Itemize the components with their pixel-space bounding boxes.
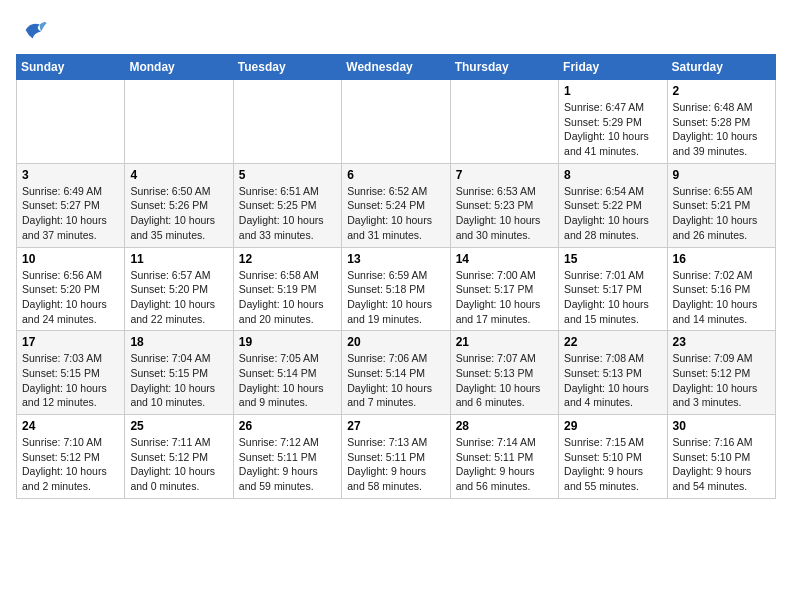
day-info: Sunrise: 7:08 AM Sunset: 5:13 PM Dayligh… xyxy=(564,351,661,410)
calendar-day-cell: 4Sunrise: 6:50 AM Sunset: 5:26 PM Daylig… xyxy=(125,163,233,247)
day-number: 2 xyxy=(673,84,770,98)
calendar-day-cell: 29Sunrise: 7:15 AM Sunset: 5:10 PM Dayli… xyxy=(559,415,667,499)
day-number: 21 xyxy=(456,335,553,349)
calendar-day-cell: 25Sunrise: 7:11 AM Sunset: 5:12 PM Dayli… xyxy=(125,415,233,499)
calendar-week-row: 24Sunrise: 7:10 AM Sunset: 5:12 PM Dayli… xyxy=(17,415,776,499)
day-info: Sunrise: 7:04 AM Sunset: 5:15 PM Dayligh… xyxy=(130,351,227,410)
day-number: 6 xyxy=(347,168,444,182)
calendar-day-cell: 28Sunrise: 7:14 AM Sunset: 5:11 PM Dayli… xyxy=(450,415,558,499)
day-number: 9 xyxy=(673,168,770,182)
calendar-day-cell: 12Sunrise: 6:58 AM Sunset: 5:19 PM Dayli… xyxy=(233,247,341,331)
calendar-day-cell: 24Sunrise: 7:10 AM Sunset: 5:12 PM Dayli… xyxy=(17,415,125,499)
day-info: Sunrise: 6:48 AM Sunset: 5:28 PM Dayligh… xyxy=(673,100,770,159)
calendar-day-cell xyxy=(233,80,341,164)
calendar-day-cell: 10Sunrise: 6:56 AM Sunset: 5:20 PM Dayli… xyxy=(17,247,125,331)
day-info: Sunrise: 7:05 AM Sunset: 5:14 PM Dayligh… xyxy=(239,351,336,410)
weekday-header-cell: Sunday xyxy=(17,55,125,80)
calendar-day-cell: 13Sunrise: 6:59 AM Sunset: 5:18 PM Dayli… xyxy=(342,247,450,331)
calendar-day-cell xyxy=(342,80,450,164)
calendar-day-cell: 19Sunrise: 7:05 AM Sunset: 5:14 PM Dayli… xyxy=(233,331,341,415)
calendar-day-cell: 11Sunrise: 6:57 AM Sunset: 5:20 PM Dayli… xyxy=(125,247,233,331)
logo-bird-icon xyxy=(20,16,48,44)
day-info: Sunrise: 6:47 AM Sunset: 5:29 PM Dayligh… xyxy=(564,100,661,159)
day-info: Sunrise: 6:53 AM Sunset: 5:23 PM Dayligh… xyxy=(456,184,553,243)
day-number: 1 xyxy=(564,84,661,98)
day-number: 22 xyxy=(564,335,661,349)
logo xyxy=(16,16,48,44)
day-info: Sunrise: 7:02 AM Sunset: 5:16 PM Dayligh… xyxy=(673,268,770,327)
calendar-day-cell: 30Sunrise: 7:16 AM Sunset: 5:10 PM Dayli… xyxy=(667,415,775,499)
day-info: Sunrise: 7:13 AM Sunset: 5:11 PM Dayligh… xyxy=(347,435,444,494)
weekday-header-cell: Monday xyxy=(125,55,233,80)
day-number: 13 xyxy=(347,252,444,266)
day-number: 11 xyxy=(130,252,227,266)
day-info: Sunrise: 7:09 AM Sunset: 5:12 PM Dayligh… xyxy=(673,351,770,410)
calendar-day-cell: 27Sunrise: 7:13 AM Sunset: 5:11 PM Dayli… xyxy=(342,415,450,499)
day-number: 25 xyxy=(130,419,227,433)
day-number: 20 xyxy=(347,335,444,349)
day-number: 23 xyxy=(673,335,770,349)
day-info: Sunrise: 7:16 AM Sunset: 5:10 PM Dayligh… xyxy=(673,435,770,494)
day-number: 17 xyxy=(22,335,119,349)
calendar-day-cell: 15Sunrise: 7:01 AM Sunset: 5:17 PM Dayli… xyxy=(559,247,667,331)
day-number: 12 xyxy=(239,252,336,266)
day-number: 15 xyxy=(564,252,661,266)
day-info: Sunrise: 7:10 AM Sunset: 5:12 PM Dayligh… xyxy=(22,435,119,494)
day-info: Sunrise: 7:12 AM Sunset: 5:11 PM Dayligh… xyxy=(239,435,336,494)
day-info: Sunrise: 6:52 AM Sunset: 5:24 PM Dayligh… xyxy=(347,184,444,243)
day-number: 19 xyxy=(239,335,336,349)
calendar-day-cell: 17Sunrise: 7:03 AM Sunset: 5:15 PM Dayli… xyxy=(17,331,125,415)
calendar-day-cell: 2Sunrise: 6:48 AM Sunset: 5:28 PM Daylig… xyxy=(667,80,775,164)
calendar-day-cell: 23Sunrise: 7:09 AM Sunset: 5:12 PM Dayli… xyxy=(667,331,775,415)
day-info: Sunrise: 6:59 AM Sunset: 5:18 PM Dayligh… xyxy=(347,268,444,327)
calendar-day-cell: 14Sunrise: 7:00 AM Sunset: 5:17 PM Dayli… xyxy=(450,247,558,331)
calendar-day-cell xyxy=(17,80,125,164)
day-number: 3 xyxy=(22,168,119,182)
day-info: Sunrise: 6:51 AM Sunset: 5:25 PM Dayligh… xyxy=(239,184,336,243)
weekday-header-cell: Saturday xyxy=(667,55,775,80)
day-number: 30 xyxy=(673,419,770,433)
day-number: 10 xyxy=(22,252,119,266)
calendar-day-cell: 6Sunrise: 6:52 AM Sunset: 5:24 PM Daylig… xyxy=(342,163,450,247)
calendar-day-cell: 21Sunrise: 7:07 AM Sunset: 5:13 PM Dayli… xyxy=(450,331,558,415)
calendar-body: 1Sunrise: 6:47 AM Sunset: 5:29 PM Daylig… xyxy=(17,80,776,499)
day-info: Sunrise: 6:55 AM Sunset: 5:21 PM Dayligh… xyxy=(673,184,770,243)
weekday-header-cell: Tuesday xyxy=(233,55,341,80)
day-info: Sunrise: 6:49 AM Sunset: 5:27 PM Dayligh… xyxy=(22,184,119,243)
day-number: 14 xyxy=(456,252,553,266)
calendar-day-cell: 5Sunrise: 6:51 AM Sunset: 5:25 PM Daylig… xyxy=(233,163,341,247)
calendar-day-cell: 22Sunrise: 7:08 AM Sunset: 5:13 PM Dayli… xyxy=(559,331,667,415)
calendar-week-row: 17Sunrise: 7:03 AM Sunset: 5:15 PM Dayli… xyxy=(17,331,776,415)
calendar-day-cell: 3Sunrise: 6:49 AM Sunset: 5:27 PM Daylig… xyxy=(17,163,125,247)
day-info: Sunrise: 7:14 AM Sunset: 5:11 PM Dayligh… xyxy=(456,435,553,494)
calendar-week-row: 3Sunrise: 6:49 AM Sunset: 5:27 PM Daylig… xyxy=(17,163,776,247)
calendar-day-cell: 18Sunrise: 7:04 AM Sunset: 5:15 PM Dayli… xyxy=(125,331,233,415)
page-header xyxy=(16,16,776,44)
calendar-table: SundayMondayTuesdayWednesdayThursdayFrid… xyxy=(16,54,776,499)
day-number: 18 xyxy=(130,335,227,349)
weekday-header-cell: Friday xyxy=(559,55,667,80)
day-info: Sunrise: 7:06 AM Sunset: 5:14 PM Dayligh… xyxy=(347,351,444,410)
day-info: Sunrise: 7:07 AM Sunset: 5:13 PM Dayligh… xyxy=(456,351,553,410)
day-info: Sunrise: 7:11 AM Sunset: 5:12 PM Dayligh… xyxy=(130,435,227,494)
day-number: 7 xyxy=(456,168,553,182)
day-number: 4 xyxy=(130,168,227,182)
calendar-day-cell: 26Sunrise: 7:12 AM Sunset: 5:11 PM Dayli… xyxy=(233,415,341,499)
day-number: 28 xyxy=(456,419,553,433)
day-number: 8 xyxy=(564,168,661,182)
calendar-day-cell xyxy=(450,80,558,164)
calendar-day-cell xyxy=(125,80,233,164)
day-number: 27 xyxy=(347,419,444,433)
day-info: Sunrise: 6:58 AM Sunset: 5:19 PM Dayligh… xyxy=(239,268,336,327)
day-info: Sunrise: 6:50 AM Sunset: 5:26 PM Dayligh… xyxy=(130,184,227,243)
day-info: Sunrise: 6:56 AM Sunset: 5:20 PM Dayligh… xyxy=(22,268,119,327)
weekday-header-cell: Wednesday xyxy=(342,55,450,80)
day-number: 16 xyxy=(673,252,770,266)
day-info: Sunrise: 6:54 AM Sunset: 5:22 PM Dayligh… xyxy=(564,184,661,243)
day-info: Sunrise: 7:01 AM Sunset: 5:17 PM Dayligh… xyxy=(564,268,661,327)
day-info: Sunrise: 7:03 AM Sunset: 5:15 PM Dayligh… xyxy=(22,351,119,410)
calendar-day-cell: 7Sunrise: 6:53 AM Sunset: 5:23 PM Daylig… xyxy=(450,163,558,247)
calendar-day-cell: 20Sunrise: 7:06 AM Sunset: 5:14 PM Dayli… xyxy=(342,331,450,415)
calendar-week-row: 10Sunrise: 6:56 AM Sunset: 5:20 PM Dayli… xyxy=(17,247,776,331)
day-number: 29 xyxy=(564,419,661,433)
